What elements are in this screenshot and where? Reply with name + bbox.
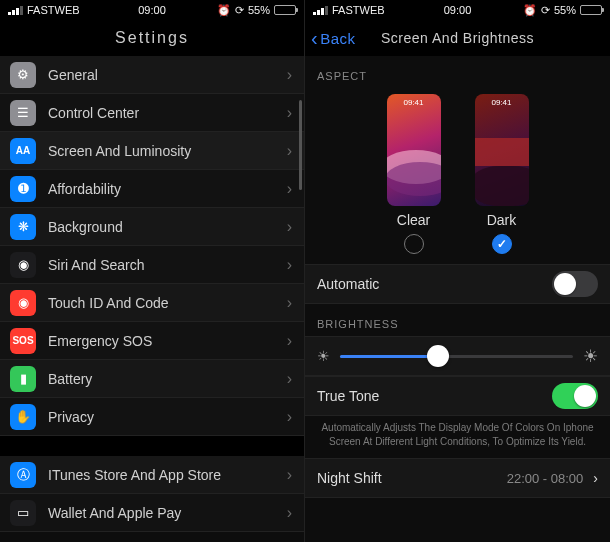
alarm-icon: ⏰ — [523, 4, 537, 17]
back-label: Back — [320, 30, 355, 47]
wallet-icon: ▭ — [10, 500, 36, 526]
row-label: Background — [48, 219, 287, 235]
battery-icon — [580, 5, 602, 15]
appearance-option-dark[interactable]: 09:41 Dark — [475, 94, 529, 254]
settings-list: ⚙︎General›☰Control Center›AAScreen And L… — [0, 56, 304, 436]
row-label: Battery — [48, 371, 287, 387]
aspect-header: ASPECT — [305, 56, 610, 88]
automatic-row: Automatic — [305, 264, 610, 304]
truetone-row: True Tone — [305, 376, 610, 416]
settings-row-atom[interactable]: ❋Background› — [0, 208, 304, 246]
rotation-lock-icon: ⟳ — [541, 4, 550, 17]
brightness-slider[interactable] — [340, 355, 573, 358]
row-label: Emergency SOS — [48, 333, 287, 349]
chevron-right-icon: › — [287, 218, 292, 236]
carrier-label: FASTWEB — [332, 4, 385, 16]
astore-icon: Ⓐ — [10, 462, 36, 488]
settings-row-SOS[interactable]: SOSEmergency SOS› — [0, 322, 304, 360]
nightshift-label: Night Shift — [317, 470, 382, 486]
nav-header: ‹ Back Screen And Brightness — [305, 20, 610, 56]
hand-icon: ✋ — [10, 404, 36, 430]
status-bar: FASTWEB 09:00 ⏰ ⟳ 55% — [0, 0, 304, 20]
cc-icon: ☰ — [10, 100, 36, 126]
settings-row-AA[interactable]: AAScreen And Luminosity› — [0, 132, 304, 170]
clock: 09:00 — [138, 4, 166, 16]
batt-icon: ▮ — [10, 366, 36, 392]
chevron-right-icon: › — [287, 504, 292, 522]
sun-high-icon: ☀︎ — [583, 346, 598, 367]
row-label: Privacy — [48, 409, 287, 425]
settings-row-siri[interactable]: ◉Siri And Search› — [0, 246, 304, 284]
sun-low-icon: ☀︎ — [317, 348, 330, 364]
chevron-right-icon: › — [287, 104, 292, 122]
brightness-pane: FASTWEB 09:00 ⏰ ⟳ 55% ‹ Back Screen And … — [305, 0, 610, 542]
battery-pct: 55% — [248, 4, 270, 16]
chevron-right-icon: › — [593, 470, 598, 486]
siri-icon: ◉ — [10, 252, 36, 278]
row-label: Touch ID And Code — [48, 295, 287, 311]
dark-preview: 09:41 — [475, 94, 529, 206]
alarm-icon: ⏰ — [217, 4, 231, 17]
gear-icon: ⚙︎ — [10, 62, 36, 88]
chevron-right-icon: › — [287, 180, 292, 198]
status-bar: FASTWEB 09:00 ⏰ ⟳ 55% — [305, 0, 610, 20]
clock: 09:00 — [444, 4, 472, 16]
signal-bars-icon — [8, 6, 23, 15]
AA-icon: AA — [10, 138, 36, 164]
brightness-slider-row: ☀︎ ☀︎ — [305, 336, 610, 376]
settings-row-access[interactable]: ➊Affordability› — [0, 170, 304, 208]
settings-row-touch[interactable]: ◉Touch ID And Code› — [0, 284, 304, 322]
appearance-picker: 09:41 Clear 09:41 Dark — [305, 88, 610, 264]
truetone-label: True Tone — [317, 388, 379, 404]
light-label: Clear — [397, 212, 430, 228]
chevron-right-icon: › — [287, 332, 292, 350]
chevron-right-icon: › — [287, 66, 292, 84]
rotation-lock-icon: ⟳ — [235, 4, 244, 17]
access-icon: ➊ — [10, 176, 36, 202]
truetone-toggle[interactable] — [552, 383, 598, 409]
dark-label: Dark — [487, 212, 517, 228]
battery-pct: 55% — [554, 4, 576, 16]
automatic-toggle[interactable] — [552, 271, 598, 297]
settings-row-batt[interactable]: ▮Battery› — [0, 360, 304, 398]
settings-row-hand[interactable]: ✋Privacy› — [0, 398, 304, 436]
settings-row-gear[interactable]: ⚙︎General› — [0, 56, 304, 94]
page-title: Settings — [115, 29, 189, 47]
back-button[interactable]: ‹ Back — [311, 28, 356, 48]
section-gap — [0, 436, 304, 456]
chevron-right-icon: › — [287, 142, 292, 160]
light-radio[interactable] — [404, 234, 424, 254]
row-label: General — [48, 67, 287, 83]
automatic-label: Automatic — [317, 276, 379, 292]
chevron-right-icon: › — [287, 408, 292, 426]
appearance-option-light[interactable]: 09:41 Clear — [387, 94, 441, 254]
nightshift-detail: 22:00 - 08:00 — [507, 471, 584, 486]
chevron-right-icon: › — [287, 370, 292, 388]
settings-row-wallet[interactable]: ▭Wallet And Apple Pay› — [0, 494, 304, 532]
settings-pane: FASTWEB 09:00 ⏰ ⟳ 55% Settings ⚙︎General… — [0, 0, 305, 542]
chevron-right-icon: › — [287, 256, 292, 274]
row-label: Screen And Luminosity — [48, 143, 287, 159]
row-label: ITunes Store And App Store — [48, 467, 287, 483]
row-label: Control Center — [48, 105, 287, 121]
light-preview: 09:41 — [387, 94, 441, 206]
chevron-right-icon: › — [287, 294, 292, 312]
settings-row-cc[interactable]: ☰Control Center› — [0, 94, 304, 132]
chevron-right-icon: › — [287, 466, 292, 484]
row-label: Siri And Search — [48, 257, 287, 273]
nav-header: Settings — [0, 20, 304, 56]
truetone-footnote: Automatically Adjusts The Display Mode O… — [305, 416, 610, 458]
dark-radio[interactable] — [492, 234, 512, 254]
atom-icon: ❋ — [10, 214, 36, 240]
carrier-label: FASTWEB — [27, 4, 80, 16]
chevron-left-icon: ‹ — [311, 28, 318, 48]
scrollbar[interactable] — [299, 100, 302, 190]
nightshift-row[interactable]: Night Shift 22:00 - 08:00 › — [305, 458, 610, 498]
settings-row-astore[interactable]: ⒶITunes Store And App Store› — [0, 456, 304, 494]
row-label: Wallet And Apple Pay — [48, 505, 287, 521]
page-title: Screen And Brightness — [381, 30, 534, 46]
SOS-icon: SOS — [10, 328, 36, 354]
row-label: Affordability — [48, 181, 287, 197]
signal-bars-icon — [313, 6, 328, 15]
settings-list-2: ⒶITunes Store And App Store›▭Wallet And … — [0, 456, 304, 532]
